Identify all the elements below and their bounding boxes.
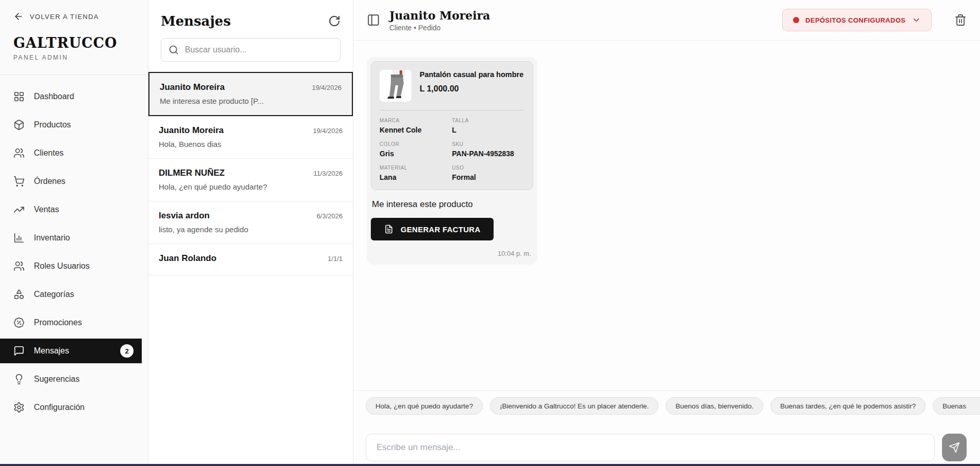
- field-value: Kennet Cole: [380, 126, 452, 134]
- window-bottom-edge: [0, 464, 980, 466]
- product-field: MATERIAL Lana: [380, 165, 452, 181]
- chat-contact-subtitle: Cliente • Pedido: [389, 24, 773, 32]
- quick-reply-label: Buenas tardes, ¿en qué le podemos asisti…: [780, 402, 916, 410]
- conversation-name: Juan Rolando: [159, 253, 216, 264]
- send-icon: [949, 442, 960, 453]
- message-input[interactable]: [366, 434, 935, 461]
- badge-percent-icon: [13, 317, 25, 328]
- sidebar-item-configuracion[interactable]: Configuración: [0, 395, 148, 420]
- sidebar-item-label: Ventas: [34, 205, 140, 214]
- quick-reply-chip[interactable]: Buenas: [933, 397, 980, 415]
- message-square-icon: [13, 345, 25, 357]
- quick-reply-label: Buenas: [943, 402, 966, 410]
- conversation-date: 11/3/2026: [313, 170, 343, 177]
- sidebar-item-ventas[interactable]: Ventas: [0, 197, 148, 222]
- shapes-icon: [13, 289, 25, 300]
- sidebar-item-inventario[interactable]: Inventario: [0, 226, 148, 250]
- product-field: TALLA L: [452, 118, 524, 134]
- field-value: Gris: [380, 150, 452, 158]
- quick-reply-chip[interactable]: ¡Bienvenido a Galtrucco! Es un placer at…: [490, 397, 658, 415]
- card-divider: [380, 110, 524, 110]
- sidebar-item-sugerencias[interactable]: Sugerencias: [0, 367, 148, 392]
- sidebar-item-categorias[interactable]: Categorías: [0, 282, 148, 307]
- sidebar-item-label: Sugerencias: [34, 375, 140, 384]
- back-to-store-button[interactable]: VOLVER A TIENDA: [0, 11, 148, 22]
- field-label: TALLA: [452, 118, 524, 123]
- product-title: Pantalón casual para hombre: [420, 70, 523, 80]
- sidebar-item-label: Roles Usuarios: [34, 262, 140, 271]
- message-composer: [353, 421, 980, 466]
- sidebar-item-promociones[interactable]: Promociones: [0, 310, 148, 335]
- panel-left-icon[interactable]: [367, 13, 380, 27]
- trash-icon[interactable]: [954, 14, 967, 26]
- sidebar-item-mensajes[interactable]: Mensajes 2: [0, 339, 142, 363]
- bar-chart-icon: [13, 232, 25, 244]
- sidebar-item-label: Órdenes: [34, 177, 140, 186]
- sidebar-item-label: Promociones: [34, 318, 140, 327]
- users-icon: [13, 147, 25, 159]
- conversation-date: 6/3/2026: [316, 212, 343, 220]
- sidebar-item-clientes[interactable]: Clientes: [0, 141, 148, 165]
- users-icon: [13, 260, 25, 272]
- generate-invoice-button[interactable]: GENERAR FACTURA: [371, 218, 494, 240]
- field-value: L: [452, 126, 524, 134]
- quick-reply-label: Hola, ¿en qué puedo ayudarte?: [375, 402, 473, 410]
- conversation-list-panel: Mensajes Juanito Moreira 19/4/2026 Me in…: [148, 0, 353, 466]
- product-field: SKU PAN-PAN-4952838: [452, 141, 524, 158]
- conversations-title: Mensajes: [161, 13, 231, 29]
- conversation-item[interactable]: Juanito Moreira 19/4/2026 Hola, Buenos d…: [148, 116, 353, 159]
- conversation-preview: Me interesa este producto [P...: [160, 97, 342, 106]
- sidebar-item-label: Dashboard: [34, 92, 140, 101]
- chat-messages-area: Pantalón casual para hombre L 1,000.00 M…: [353, 41, 980, 390]
- status-dot-icon: [793, 17, 799, 23]
- sidebar-nav: Dashboard Productos Clientes Órdenes Ven…: [0, 84, 148, 420]
- conversation-preview: listo, ya agende su pedido: [159, 225, 343, 234]
- product-field: MARCA Kennet Cole: [380, 118, 452, 134]
- sidebar-item-dashboard[interactable]: Dashboard: [0, 84, 148, 109]
- message-text: Me interesa este producto: [372, 199, 533, 210]
- dashboard-grid-icon: [13, 91, 25, 102]
- sidebar-item-label: Mensajes: [34, 346, 111, 356]
- field-value: Formal: [452, 173, 524, 181]
- brand: GALTRUCCO PANEL ADMIN: [0, 35, 148, 61]
- pants-image: [380, 70, 411, 102]
- quick-reply-chip[interactable]: Hola, ¿en qué puedo ayudarte?: [366, 397, 483, 415]
- conversation-preview: Hola, ¿en qué puedo ayudarte?: [159, 182, 343, 192]
- sidebar-item-roles-usuarios[interactable]: Roles Usuarios: [0, 254, 148, 278]
- package-icon: [13, 119, 25, 131]
- conversation-name: Juanito Moreira: [159, 125, 224, 136]
- field-value: PAN-PAN-4952838: [452, 150, 524, 158]
- deposits-configured-button[interactable]: DEPÓSITOS CONFIGURADOS: [782, 9, 932, 31]
- message-timestamp: 10:04 p. m.: [371, 250, 533, 257]
- conversation-preview: Hola, Buenos dias: [159, 140, 343, 149]
- sidebar-divider: [0, 74, 148, 75]
- conversation-name: Juanito Moreira: [160, 82, 225, 92]
- brand-subtitle: PANEL ADMIN: [13, 54, 135, 61]
- product-field: USO Formal: [452, 165, 524, 181]
- chat-contact-name: Juanito Moreira: [389, 9, 773, 22]
- quick-reply-label: Buenos días, bienvenido.: [675, 402, 753, 410]
- send-button[interactable]: [942, 434, 967, 461]
- conversation-item[interactable]: Juan Rolando 1/1/1: [148, 244, 353, 275]
- product-price: L 1,000.00: [420, 84, 523, 94]
- quick-reply-chip[interactable]: Buenos días, bienvenido.: [666, 397, 763, 415]
- arrow-left-icon: [13, 11, 24, 22]
- deposits-button-label: DEPÓSITOS CONFIGURADOS: [805, 16, 906, 24]
- unread-badge: 2: [120, 344, 134, 358]
- search-box: [161, 38, 341, 62]
- quick-reply-chip[interactable]: Buenas tardes, ¿en qué le podemos asisti…: [770, 397, 926, 415]
- conversation-list: Juanito Moreira 19/4/2026 Me interesa es…: [148, 72, 353, 466]
- quick-reply-label: ¡Bienvenido a Galtrucco! Es un placer at…: [500, 402, 649, 410]
- lightbulb-icon: [13, 374, 25, 385]
- field-value: Lana: [380, 173, 452, 181]
- field-label: MATERIAL: [380, 165, 452, 171]
- sidebar-item-productos[interactable]: Productos: [0, 113, 148, 137]
- conversation-item[interactable]: Juanito Moreira 19/4/2026 Me interesa es…: [148, 72, 353, 116]
- search-input[interactable]: [185, 45, 333, 54]
- conversation-item[interactable]: lesvia ardon 6/3/2026 listo, ya agende s…: [148, 201, 353, 244]
- sidebar-item-ordenes[interactable]: Órdenes: [0, 169, 148, 194]
- conversation-date: 19/4/2026: [313, 127, 343, 135]
- product-field: COLOR Gris: [380, 141, 452, 158]
- refresh-icon[interactable]: [328, 15, 341, 27]
- conversation-item[interactable]: DILMER NUÑEZ 11/3/2026 Hola, ¿en qué pue…: [148, 159, 353, 201]
